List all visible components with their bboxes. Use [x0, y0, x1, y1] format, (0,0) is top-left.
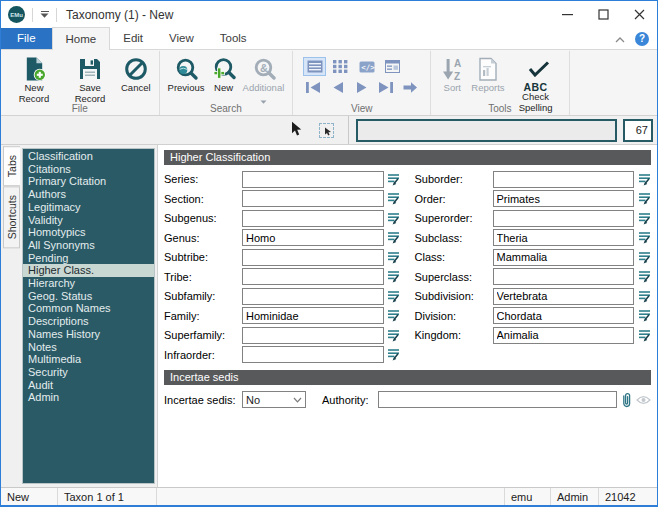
previous-record-icon[interactable]: [327, 79, 348, 96]
first-record-icon[interactable]: [303, 79, 324, 96]
lookup-list-icon[interactable]: [387, 250, 401, 264]
status-message-area: [157, 488, 505, 505]
lookup-list-icon[interactable]: [387, 328, 401, 342]
sidebar-item[interactable]: Primary Citation: [23, 175, 154, 188]
sidebar-item[interactable]: Notes: [23, 341, 154, 354]
tab-tools[interactable]: Tools: [207, 28, 260, 49]
goto-record-icon[interactable]: [399, 79, 420, 96]
attachment-paperclip-icon[interactable]: [620, 392, 633, 408]
lookup-list-icon[interactable]: [387, 348, 401, 362]
lookup-list-icon[interactable]: [637, 192, 651, 206]
lookup-list-icon[interactable]: [387, 289, 401, 303]
grid-view-icon[interactable]: [329, 57, 352, 76]
field-input[interactable]: [242, 171, 384, 188]
field-input[interactable]: [242, 288, 384, 305]
field-input[interactable]: [493, 268, 635, 285]
sidebar-item[interactable]: Multimedia: [23, 353, 154, 366]
lookup-list-icon[interactable]: [387, 192, 401, 206]
ribbon-group-file: New Record Save Record: [1, 51, 160, 115]
lookup-list-icon[interactable]: [637, 172, 651, 186]
lookup-list-icon[interactable]: [387, 211, 401, 225]
tab-file[interactable]: File: [1, 28, 52, 49]
search-new-button[interactable]: New: [208, 54, 240, 95]
select-cursor-icon[interactable]: [290, 121, 303, 139]
lookup-list-icon[interactable]: [637, 231, 651, 245]
sidebar-item[interactable]: Authors: [23, 188, 154, 201]
incertae-sedis-select[interactable]: No: [242, 391, 306, 408]
save-record-button[interactable]: Save Record: [62, 54, 118, 105]
field-input[interactable]: [242, 210, 384, 227]
field-input[interactable]: [493, 288, 635, 305]
sidebar-item[interactable]: Classification: [23, 150, 154, 163]
lookup-list-icon[interactable]: [637, 309, 651, 323]
next-record-icon[interactable]: [351, 79, 372, 96]
form-field-row: Order:: [415, 191, 652, 208]
search-previous-button[interactable]: Previous: [165, 54, 208, 95]
field-input[interactable]: [493, 171, 635, 188]
sidebar-item[interactable]: Geog. Status: [23, 290, 154, 303]
new-record-button[interactable]: New Record: [6, 54, 62, 105]
sidebar-item[interactable]: Higher Class.: [23, 264, 154, 277]
field-input[interactable]: [493, 190, 635, 207]
maximize-button[interactable]: [585, 1, 621, 28]
lookup-list-icon[interactable]: [637, 328, 651, 342]
reports-button[interactable]: Reports: [468, 54, 507, 95]
form-view-icon[interactable]: [381, 57, 404, 76]
marquee-select-icon[interactable]: [319, 123, 334, 138]
sidebar-item[interactable]: Validity: [23, 214, 154, 227]
cancel-button[interactable]: Cancel: [118, 54, 154, 95]
lookup-list-icon[interactable]: [637, 250, 651, 264]
quick-access-dropdown-icon[interactable]: [40, 11, 49, 18]
lookup-list-icon[interactable]: [637, 270, 651, 284]
sidebar-item[interactable]: Descriptions: [23, 315, 154, 328]
tab-view[interactable]: View: [156, 28, 207, 49]
sidebar-item[interactable]: Legitimacy: [23, 201, 154, 214]
sidebar-item[interactable]: Audit: [23, 379, 154, 392]
side-tab-shortcuts[interactable]: Shortcuts: [3, 186, 20, 248]
collapse-ribbon-icon[interactable]: [615, 33, 625, 45]
record-bar: 67: [1, 116, 657, 145]
sort-button[interactable]: A Z Sort: [436, 54, 468, 95]
tab-home[interactable]: Home: [52, 27, 111, 50]
search-additional-button[interactable]: & Additional: [240, 54, 288, 107]
lookup-list-icon[interactable]: [637, 211, 651, 225]
field-input[interactable]: [242, 190, 384, 207]
tab-edit[interactable]: Edit: [110, 28, 156, 49]
field-input[interactable]: [242, 346, 384, 363]
minimize-button[interactable]: [549, 1, 585, 28]
field-input[interactable]: [242, 307, 384, 324]
sidebar-item[interactable]: Common Names: [23, 302, 154, 315]
sidebar-item[interactable]: All Synonyms: [23, 239, 154, 252]
authority-input[interactable]: [378, 391, 617, 408]
close-button[interactable]: [621, 1, 657, 28]
lookup-list-icon[interactable]: [387, 270, 401, 284]
sidebar-item[interactable]: Security: [23, 366, 154, 379]
lookup-list-icon[interactable]: [387, 172, 401, 186]
field-input[interactable]: [242, 268, 384, 285]
lookup-list-icon[interactable]: [387, 309, 401, 323]
lookup-list-icon[interactable]: [387, 231, 401, 245]
field-input[interactable]: [493, 249, 635, 266]
field-input[interactable]: [493, 307, 635, 324]
field-input[interactable]: [242, 327, 384, 344]
side-tab-tabs[interactable]: Tabs: [3, 146, 20, 186]
field-input[interactable]: [493, 327, 635, 344]
list-view-icon[interactable]: [303, 57, 326, 76]
code-view-icon[interactable]: </>: [355, 57, 378, 76]
lookup-list-icon[interactable]: [637, 289, 651, 303]
eye-icon[interactable]: [636, 395, 651, 405]
sidebar-item[interactable]: Homotypics: [23, 226, 154, 239]
help-icon[interactable]: ?: [635, 32, 649, 46]
field-input[interactable]: [242, 249, 384, 266]
sidebar-item[interactable]: Citations: [23, 163, 154, 176]
field-input[interactable]: [493, 210, 635, 227]
record-summary-field[interactable]: [356, 119, 617, 142]
field-input[interactable]: [242, 229, 384, 246]
sidebar-item[interactable]: Pending: [23, 252, 154, 265]
sidebar-item[interactable]: Admin: [23, 391, 154, 404]
field-input[interactable]: [493, 229, 635, 246]
last-record-icon[interactable]: [375, 79, 396, 96]
section-header-incertae-sedis: Incertae sedis: [164, 370, 651, 385]
sidebar-item[interactable]: Hierarchy: [23, 277, 154, 290]
sidebar-item[interactable]: Names History: [23, 328, 154, 341]
